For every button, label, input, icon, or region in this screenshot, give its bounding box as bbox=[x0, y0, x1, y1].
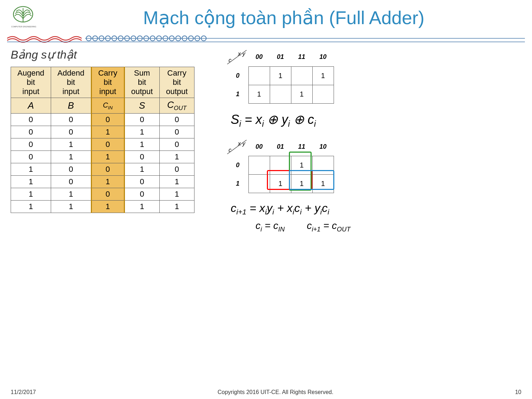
kmap1-table: x y c 00 01 11 10 0 bbox=[227, 48, 334, 104]
col-cout-desc: Carrybitoutput bbox=[159, 67, 194, 98]
cell-s: 0 bbox=[124, 151, 159, 163]
kmap2-col-11: 11 bbox=[291, 138, 312, 156]
col-a-sym: A bbox=[11, 98, 51, 114]
cell-s: 0 bbox=[124, 188, 159, 201]
kmap1-header-row: x y c 00 01 11 10 bbox=[227, 48, 334, 66]
kmap2-col-00: 00 bbox=[248, 138, 270, 156]
cell-b: 0 bbox=[51, 163, 91, 176]
cell-cout: 1 bbox=[159, 176, 194, 188]
right-panel: x y c 00 01 11 10 0 bbox=[206, 48, 525, 233]
kmap2-col-10: 10 bbox=[312, 138, 334, 156]
cell-a: 1 bbox=[11, 188, 51, 201]
formula-sub: ci = cIN ci+1 = cOUT bbox=[256, 220, 525, 233]
table-row: 1 1 0 0 1 bbox=[11, 188, 194, 201]
kmap1-corner: x y c bbox=[227, 48, 248, 66]
cell-cin: 1 bbox=[91, 151, 124, 163]
header: COMPUTER ENGINEERING Mạch cộng toàn phần… bbox=[0, 0, 532, 32]
table-row: 1 1 1 1 1 bbox=[11, 201, 194, 213]
cell-cout: 0 bbox=[159, 138, 194, 151]
col-augend-desc: Augendbitinput bbox=[11, 67, 51, 98]
cell-cin: 1 bbox=[91, 201, 124, 213]
kmap2-cell-00-0 bbox=[248, 156, 270, 175]
truth-table: Augendbitinput Addendbitinput Carrybitin… bbox=[11, 67, 194, 213]
table-row: 0 0 1 1 0 bbox=[11, 126, 194, 138]
cell-a: 1 bbox=[11, 201, 51, 213]
table-desc-row: Augendbitinput Addendbitinput Carrybitin… bbox=[11, 67, 194, 98]
corner-line-icon2 bbox=[227, 140, 247, 154]
kmap1-container: x y c 00 01 11 10 0 bbox=[227, 48, 525, 105]
kmap2-corner: x y c bbox=[227, 138, 248, 156]
table-row: 1 0 0 1 0 bbox=[11, 163, 194, 176]
cell-b: 0 bbox=[51, 126, 91, 138]
page-title: Mạch cộng toàn phần (Full Adder) bbox=[50, 7, 518, 28]
left-panel: Bảng sự thật Augendbitinput Addendbitinp… bbox=[7, 48, 206, 233]
footer-copyright: Copyrights 2016 UIT-CE. All Rights Reser… bbox=[218, 389, 333, 395]
kmap1-cell-01-1 bbox=[270, 85, 291, 103]
kmap2-row1: 1 1 1 1 bbox=[227, 175, 334, 193]
col-cout-sym: COUT bbox=[159, 98, 194, 114]
cell-cin: 0 bbox=[91, 114, 124, 126]
cell-a: 0 bbox=[11, 114, 51, 126]
kmap2-wrapper: x y c 00 01 11 10 0 bbox=[227, 138, 334, 193]
cell-cout: 1 bbox=[159, 151, 194, 163]
footer-page: 10 bbox=[515, 389, 521, 395]
corner-line-icon bbox=[227, 50, 247, 64]
kmap2-header-row: x y c 00 01 11 10 bbox=[227, 138, 334, 156]
col-addend-desc: Addendbitinput bbox=[51, 67, 91, 98]
wave-divider bbox=[0, 32, 532, 44]
kmap1-cell-10-1 bbox=[312, 85, 334, 103]
cell-cout: 0 bbox=[159, 163, 194, 176]
cell-s: 1 bbox=[124, 163, 159, 176]
cell-s: 1 bbox=[124, 138, 159, 151]
cell-a: 1 bbox=[11, 163, 51, 176]
logo-area: COMPUTER ENGINEERING bbox=[7, 5, 50, 31]
kmap2-row-0: 0 bbox=[227, 156, 248, 175]
cell-a: 0 bbox=[11, 151, 51, 163]
cell-cin: 1 bbox=[91, 176, 124, 188]
kmap1-wrapper: x y c 00 01 11 10 0 bbox=[227, 48, 334, 104]
svg-line-23 bbox=[227, 50, 247, 64]
cell-cout: 1 bbox=[159, 201, 194, 213]
kmap1-col-10: 10 bbox=[312, 48, 334, 66]
kmap1-col-00: 00 bbox=[248, 48, 270, 66]
table-symbol-row: A B CIN S COUT bbox=[11, 98, 194, 114]
table-row: 1 0 1 0 1 bbox=[11, 176, 194, 188]
col-sum-desc: Sumbitoutput bbox=[124, 67, 159, 98]
table-row: 0 1 0 1 0 bbox=[11, 138, 194, 151]
cell-cin: 0 bbox=[91, 188, 124, 201]
kmap1-cell-00-0 bbox=[248, 66, 270, 85]
kmap1-cell-11-1: 1 bbox=[291, 85, 312, 103]
cell-b: 0 bbox=[51, 176, 91, 188]
cell-s: 0 bbox=[124, 114, 159, 126]
kmap2-cell-01-0 bbox=[270, 156, 291, 175]
cell-s: 0 bbox=[124, 176, 159, 188]
footer: 11/2/2017 Copyrights 2016 UIT-CE. All Ri… bbox=[0, 389, 532, 395]
kmap2-cell-10-0 bbox=[312, 156, 334, 175]
kmap2-container: x y c 00 01 11 10 0 bbox=[227, 138, 525, 195]
kmap1-col-01: 01 bbox=[270, 48, 291, 66]
kmap1-cell-01-0: 1 bbox=[270, 66, 291, 85]
cell-b: 1 bbox=[51, 201, 91, 213]
kmap1-cell-11-0 bbox=[291, 66, 312, 85]
kmap1-cell-00-1: 1 bbox=[248, 85, 270, 103]
title-area: Mạch cộng toàn phần (Full Adder) bbox=[50, 7, 518, 28]
kmap2-row0: 0 1 bbox=[227, 156, 334, 175]
footer-date: 11/2/2017 bbox=[11, 389, 36, 395]
col-s-sym: S bbox=[124, 98, 159, 114]
table-row: 0 0 0 0 0 bbox=[11, 114, 194, 126]
cell-cout: 0 bbox=[159, 114, 194, 126]
formula-s: Si = xi ⊕ yi ⊕ ci bbox=[231, 112, 525, 129]
cell-b: 0 bbox=[51, 114, 91, 126]
cell-a: 0 bbox=[11, 126, 51, 138]
cell-s: 1 bbox=[124, 201, 159, 213]
kmap2-cell-01-1: 1 bbox=[270, 175, 291, 193]
kmap2-cell-11-1: 1 bbox=[291, 175, 312, 193]
kmap2-cell-10-1: 1 bbox=[312, 175, 334, 193]
kmap2-table: x y c 00 01 11 10 0 bbox=[227, 138, 334, 193]
kmap1-row1: 1 1 1 bbox=[227, 85, 334, 103]
kmap1-row-1: 1 bbox=[227, 85, 248, 103]
cell-cout: 0 bbox=[159, 126, 194, 138]
col-cin-desc: Carrybitinput bbox=[91, 67, 124, 98]
kmap1-col-11: 11 bbox=[291, 48, 312, 66]
col-b-sym: B bbox=[51, 98, 91, 114]
